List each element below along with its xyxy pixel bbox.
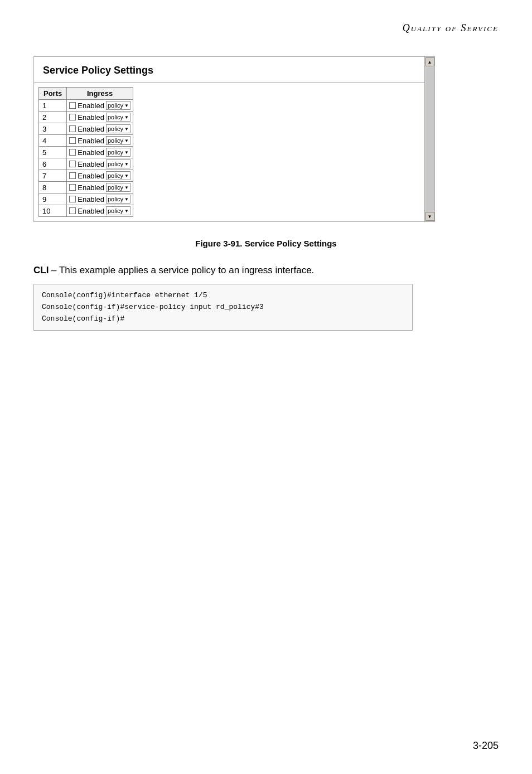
enabled-label: Enabled	[78, 137, 104, 145]
port-number: 4	[39, 135, 67, 147]
ingress-cell: Enabledpolicy▼	[67, 147, 133, 158]
figure-caption: Figure 3-91. Service Policy Settings	[33, 239, 499, 248]
policy-dropdown-arrow: ▼	[124, 185, 129, 190]
table-row: 9Enabledpolicy▼	[39, 194, 133, 205]
cli-code-box: Console(config)#interface ethernet 1/5Co…	[33, 284, 413, 331]
enabled-checkbox[interactable]	[69, 207, 76, 214]
policy-dropdown-text: policy	[108, 161, 123, 167]
policy-dropdown-arrow: ▼	[124, 209, 129, 214]
enabled-checkbox[interactable]	[69, 125, 76, 132]
policy-dropdown[interactable]: policy▼	[106, 148, 130, 157]
port-number: 2	[39, 112, 67, 123]
scroll-track	[426, 67, 434, 220]
policy-dropdown-text: policy	[108, 102, 123, 109]
policy-dropdown-text: policy	[108, 114, 123, 120]
policy-dropdown-arrow: ▼	[124, 138, 129, 143]
page-number: 3-205	[473, 740, 499, 752]
enabled-checkbox[interactable]	[69, 149, 76, 156]
table-row: 3Enabledpolicy▼	[39, 123, 133, 135]
policy-dropdown[interactable]: policy▼	[106, 195, 130, 204]
table-row: 10Enabledpolicy▼	[39, 205, 133, 217]
enabled-checkbox[interactable]	[69, 102, 76, 109]
policy-dropdown-arrow: ▼	[124, 162, 129, 167]
port-number: 9	[39, 194, 67, 205]
table-row: 1Enabledpolicy▼	[39, 100, 133, 112]
page-content: ▲ ▼ Service Policy Settings Ports Ingres…	[0, 45, 532, 364]
ingress-cell: Enabledpolicy▼	[67, 112, 133, 123]
table-row: 7Enabledpolicy▼	[39, 170, 133, 182]
policy-table: Ports Ingress 1Enabledpolicy▼2Enabledpol…	[38, 87, 133, 217]
col-ports-header: Ports	[39, 88, 67, 100]
policy-dropdown-arrow: ▼	[124, 197, 129, 202]
policy-dropdown-text: policy	[108, 207, 123, 214]
ingress-cell: Enabledpolicy▼	[67, 100, 133, 112]
enabled-label: Enabled	[78, 148, 104, 157]
policy-dropdown-text: policy	[108, 184, 123, 191]
port-number: 3	[39, 123, 67, 135]
enabled-label: Enabled	[78, 113, 104, 122]
policy-dropdown-text: policy	[108, 149, 123, 156]
table-container: Ports Ingress 1Enabledpolicy▼2Enabledpol…	[34, 83, 424, 221]
header-title: Quality of Service	[403, 22, 499, 33]
policy-dropdown[interactable]: policy▼	[106, 183, 130, 192]
policy-dropdown[interactable]: policy▼	[106, 206, 130, 215]
table-row: 2Enabledpolicy▼	[39, 112, 133, 123]
policy-dropdown-arrow: ▼	[124, 127, 129, 132]
cli-section: CLI – This example applies a service pol…	[33, 265, 499, 331]
policy-dropdown-arrow: ▼	[124, 173, 129, 178]
table-row: 8Enabledpolicy▼	[39, 182, 133, 194]
scroll-up-button[interactable]: ▲	[425, 57, 434, 66]
table-row: 5Enabledpolicy▼	[39, 147, 133, 158]
enabled-checkbox[interactable]	[69, 172, 76, 179]
table-row: 6Enabledpolicy▼	[39, 158, 133, 170]
enabled-label: Enabled	[78, 183, 104, 192]
ingress-cell: Enabledpolicy▼	[67, 170, 133, 182]
page-header: Quality of Service	[0, 0, 532, 45]
col-ingress-header: Ingress	[67, 88, 133, 100]
policy-dropdown-text: policy	[108, 172, 123, 179]
policy-dropdown[interactable]: policy▼	[106, 171, 130, 180]
ingress-cell: Enabledpolicy▼	[67, 194, 133, 205]
enabled-checkbox[interactable]	[69, 184, 76, 191]
enabled-label: Enabled	[78, 101, 104, 110]
policy-dropdown-text: policy	[108, 125, 123, 132]
enabled-checkbox[interactable]	[69, 137, 76, 144]
cli-heading: CLI – This example applies a service pol…	[33, 265, 499, 276]
policy-dropdown[interactable]: policy▼	[106, 136, 130, 145]
port-number: 10	[39, 205, 67, 217]
port-number: 5	[39, 147, 67, 158]
policy-dropdown[interactable]: policy▼	[106, 113, 130, 122]
enabled-checkbox[interactable]	[69, 161, 76, 167]
policy-dropdown[interactable]: policy▼	[106, 101, 130, 110]
policy-dropdown-arrow: ▼	[124, 115, 129, 120]
settings-box: ▲ ▼ Service Policy Settings Ports Ingres…	[33, 56, 435, 222]
enabled-checkbox[interactable]	[69, 196, 76, 202]
policy-dropdown[interactable]: policy▼	[106, 124, 130, 133]
enabled-label: Enabled	[78, 160, 104, 168]
scroll-down-button[interactable]: ▼	[425, 212, 434, 221]
port-number: 6	[39, 158, 67, 170]
cli-bold: CLI	[33, 265, 49, 275]
enabled-checkbox[interactable]	[69, 114, 76, 120]
table-row: 4Enabledpolicy▼	[39, 135, 133, 147]
policy-dropdown[interactable]: policy▼	[106, 159, 130, 168]
cli-code-line: Console(config)#interface ethernet 1/5	[42, 290, 404, 302]
enabled-label: Enabled	[78, 172, 104, 180]
ingress-cell: Enabledpolicy▼	[67, 123, 133, 135]
cli-heading-text: – This example applies a service policy …	[49, 265, 314, 275]
settings-title: Service Policy Settings	[34, 57, 434, 83]
enabled-label: Enabled	[78, 125, 104, 133]
ingress-cell: Enabledpolicy▼	[67, 135, 133, 147]
ingress-cell: Enabledpolicy▼	[67, 182, 133, 194]
ingress-cell: Enabledpolicy▼	[67, 205, 133, 217]
port-number: 1	[39, 100, 67, 112]
scrollbar[interactable]: ▲ ▼	[424, 57, 434, 221]
port-number: 7	[39, 170, 67, 182]
enabled-label: Enabled	[78, 195, 104, 204]
policy-dropdown-text: policy	[108, 196, 123, 202]
port-number: 8	[39, 182, 67, 194]
policy-dropdown-arrow: ▼	[124, 103, 129, 108]
cli-code-line: Console(config-if)#	[42, 313, 404, 325]
cli-code-line: Console(config-if)#service-policy input …	[42, 302, 404, 313]
policy-dropdown-arrow: ▼	[124, 150, 129, 155]
